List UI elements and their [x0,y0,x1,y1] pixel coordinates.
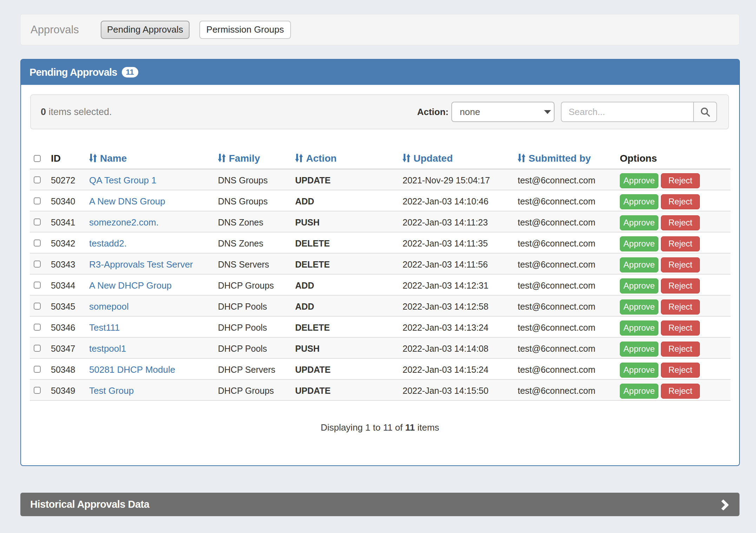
cell-updated: 2022-Jan-03 14:11:23 [403,211,518,232]
panel-title: Pending Approvals [29,67,117,78]
reject-button[interactable]: Reject [661,342,700,357]
row-checkbox[interactable] [34,218,41,225]
column-header-updated[interactable]: Updated [403,150,518,169]
cell-family: DHCP Pools [218,316,295,337]
reject-button[interactable]: Reject [661,384,700,399]
cell-family: DNS Zones [218,211,295,232]
cell-family: DNS Servers [218,253,295,274]
row-checkbox[interactable] [34,303,41,310]
item-name-link[interactable]: Test Group [89,385,134,396]
item-name-link[interactable]: R3-Approvals Test Server [89,259,193,270]
item-name-link[interactable]: Test111 [89,322,120,333]
row-checkbox[interactable] [34,282,41,289]
cell-options: ApproveReject [620,211,730,232]
approve-button[interactable]: Approve [620,321,658,336]
toolbar-right: Action: none [417,102,717,122]
column-header-action[interactable]: Action [295,150,403,169]
chevron-right-icon [721,499,729,510]
historical-approvals-bar[interactable]: Historical Approvals Data [20,493,740,516]
cell-id: 50347 [51,337,89,358]
reject-button[interactable]: Reject [661,278,700,294]
cell-updated: 2022-Jan-03 14:11:35 [403,232,518,253]
item-name-link[interactable]: A New DHCP Group [89,280,172,291]
approve-button[interactable]: Approve [620,173,658,188]
item-name-link[interactable]: somepool [89,301,129,312]
item-name-link[interactable]: A New DNS Group [89,196,165,207]
approve-button[interactable]: Approve [620,363,658,378]
table-header: IDNameFamilyActionUpdatedSubmitted byOpt… [30,150,730,169]
chevron-down-icon [544,110,551,114]
reject-button[interactable]: Reject [661,321,700,336]
cell-id: 50272 [51,169,89,190]
cell-name: Test111 [89,316,218,337]
cell-action: UPDATE [295,169,403,190]
column-header-id: ID [51,150,89,169]
approve-button[interactable]: Approve [620,278,658,294]
cell-updated: 2022-Jan-03 14:10:46 [403,190,518,211]
reject-button[interactable]: Reject [661,173,700,188]
approve-button[interactable]: Approve [620,236,658,251]
row-checkbox[interactable] [34,176,41,183]
approve-button[interactable]: Approve [620,194,658,209]
cell-submitted-by: test@6connect.com [518,295,620,316]
cell-name: A New DHCP Group [89,274,218,295]
table-row: 50346Test111DHCP PoolsDELETE2022-Jan-03 … [30,316,730,337]
column-header-family[interactable]: Family [218,150,295,169]
cell-submitted-by: test@6connect.com [518,337,620,358]
row-checkbox[interactable] [34,366,41,373]
search-input[interactable] [561,102,693,122]
reject-button[interactable]: Reject [661,299,700,315]
approve-button[interactable]: Approve [620,215,658,230]
row-checkbox[interactable] [34,197,41,204]
approve-button[interactable]: Approve [620,257,658,272]
row-checkbox[interactable] [34,324,41,331]
cell-family: DNS Zones [218,232,295,253]
cell-updated: 2022-Jan-03 14:11:56 [403,253,518,274]
table-row: 50344A New DHCP GroupDHCP GroupsADD2022-… [30,274,730,295]
tab-permission-groups[interactable]: Permission Groups [199,21,291,39]
item-name-link[interactable]: testpool1 [89,343,126,354]
approve-button[interactable]: Approve [620,342,658,357]
cell-options: ApproveReject [620,337,730,358]
search-group [561,102,717,122]
reject-button[interactable]: Reject [661,257,700,272]
cell-options: ApproveReject [620,316,730,337]
cell-options: ApproveReject [620,274,730,295]
tab-pending-approvals[interactable]: Pending Approvals [101,21,190,39]
item-name-link[interactable]: somezone2.com. [89,217,159,228]
cell-options: ApproveReject [620,358,730,379]
reject-button[interactable]: Reject [661,194,700,209]
column-header-submitted-by[interactable]: Submitted by [518,150,620,169]
cell-id: 50340 [51,190,89,211]
cell-action: DELETE [295,232,403,253]
item-name-link[interactable]: testadd2. [89,238,127,249]
reject-button[interactable]: Reject [661,236,700,251]
cell-submitted-by: test@6connect.com [518,190,620,211]
cell-action: ADD [295,295,403,316]
cell-id: 50348 [51,358,89,379]
cell-name: somezone2.com. [89,211,218,232]
approve-button[interactable]: Approve [620,299,658,315]
cell-action: ADD [295,274,403,295]
item-name-link[interactable]: QA Test Group 1 [89,175,157,185]
cell-options: ApproveReject [620,253,730,274]
table-row: 50272QA Test Group 1DNS GroupsUPDATE2021… [30,169,730,190]
row-checkbox[interactable] [34,239,41,247]
row-checkbox[interactable] [34,345,41,352]
row-checkbox[interactable] [34,261,41,268]
item-name-link[interactable]: 50281 DHCP Module [89,364,175,375]
reject-button[interactable]: Reject [661,363,700,378]
approve-button[interactable]: Approve [620,384,658,399]
cell-id: 50343 [51,253,89,274]
cell-submitted-by: test@6connect.com [518,169,620,190]
pending-approvals-table: IDNameFamilyActionUpdatedSubmitted byOpt… [30,150,730,401]
column-header-name[interactable]: Name [89,150,218,169]
row-checkbox[interactable] [34,387,41,394]
panel-header: Pending Approvals 11 [21,60,739,85]
action-select[interactable]: none [451,102,555,122]
search-button[interactable] [693,102,717,122]
sort-icon [295,154,303,162]
select-all-checkbox[interactable] [34,155,41,162]
cell-updated: 2022-Jan-03 14:13:24 [403,316,518,337]
reject-button[interactable]: Reject [661,215,700,230]
